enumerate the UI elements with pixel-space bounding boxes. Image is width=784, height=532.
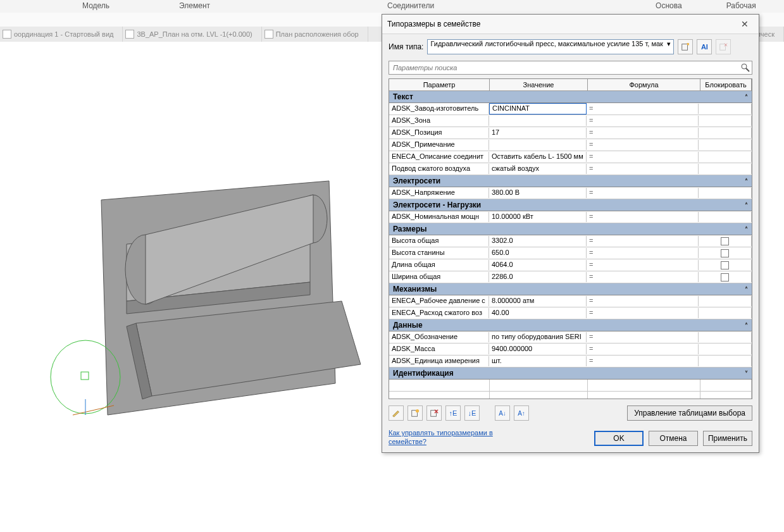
view-tab-3[interactable]: План расположения обор (262, 27, 368, 42)
param-lock[interactable] (699, 248, 752, 258)
type-name-select[interactable]: Гидравлический листогибочный пресс, макс… (427, 39, 674, 54)
param-lock[interactable] (699, 332, 752, 342)
param-formula[interactable]: = (587, 260, 699, 270)
move-down-button[interactable]: ↓E (464, 405, 480, 421)
ribbon-tab-workplane[interactable]: Рабочая плоскость (714, 0, 784, 13)
param-lock[interactable] (699, 260, 752, 270)
group-header[interactable]: Размеры˄ (389, 223, 752, 235)
param-formula[interactable]: = (587, 116, 699, 126)
search-icon[interactable] (740, 63, 750, 73)
header-value[interactable]: Значение (490, 79, 588, 90)
param-formula[interactable]: = (587, 104, 699, 114)
param-value[interactable]: 650.0 (489, 248, 587, 258)
parameter-row[interactable]: Подвод сжатого воздухасжатый воздух= (389, 163, 752, 175)
search-input[interactable] (389, 61, 752, 75)
delete-type-button[interactable] (716, 39, 731, 54)
parameter-row[interactable]: ADSK_Единица измеренияшт.= (389, 356, 752, 368)
ribbon-tab-control[interactable]: Элемент управления (166, 0, 242, 13)
header-formula[interactable]: Формула (588, 79, 700, 90)
parameter-row[interactable]: Высота общая3302.0= (389, 235, 752, 247)
move-up-button[interactable]: ↑E (445, 405, 461, 421)
view-tab-2[interactable]: 3B_АР_План на отм. LVL -1(+0.000) (123, 27, 261, 42)
sort-asc-button[interactable]: A↓ (495, 405, 510, 421)
param-formula[interactable]: = (587, 332, 699, 342)
parameter-row[interactable]: ADSK_Позиция17= (389, 127, 752, 139)
param-value[interactable] (489, 140, 587, 150)
param-lock[interactable] (699, 272, 752, 282)
param-formula[interactable]: = (587, 356, 699, 366)
parameter-row[interactable]: ADSK_Обозначениепо типу оборудования SER… (389, 331, 752, 343)
header-lock[interactable]: Блокировать (700, 79, 752, 90)
param-value[interactable]: 40.00 (489, 308, 587, 318)
param-formula[interactable]: = (587, 296, 699, 306)
param-lock[interactable] (699, 104, 752, 114)
parameter-row[interactable]: Длина общая4064.0= (389, 259, 752, 271)
param-lock[interactable] (699, 140, 752, 150)
param-lock[interactable] (699, 236, 752, 246)
param-lock[interactable] (699, 152, 752, 162)
ribbon-tab-base[interactable]: Основа (643, 0, 695, 13)
parameter-row[interactable]: Высота станины650.0= (389, 247, 752, 259)
param-lock[interactable] (699, 212, 752, 222)
param-value[interactable]: Оставить кабель L- 1500 мм (489, 152, 587, 162)
param-value[interactable]: 380.00 В (489, 188, 587, 198)
param-value[interactable]: шт. (489, 356, 587, 366)
delete-parameter-button[interactable] (426, 405, 442, 421)
group-header[interactable]: Электросети - Нагрузки˄ (389, 199, 752, 211)
param-value[interactable]: сжатый воздух (489, 164, 587, 174)
param-value[interactable]: 2286.0 (489, 272, 587, 282)
param-value[interactable]: 9400.000000 (489, 344, 587, 354)
parameter-row[interactable]: Ширина общая2286.0= (389, 271, 752, 283)
param-value[interactable] (489, 116, 587, 126)
view-tab-1[interactable]: оординация 1 - Стартовый вид (0, 27, 123, 42)
cancel-button[interactable]: Отмена (649, 431, 698, 446)
header-parameter[interactable]: Параметр (389, 79, 490, 90)
param-lock[interactable] (699, 116, 752, 126)
edit-parameter-button[interactable] (389, 405, 404, 421)
ribbon-tab-model[interactable]: Модель (70, 0, 122, 13)
param-formula[interactable]: = (587, 248, 699, 258)
parameter-row[interactable]: ADSK_Зона= (389, 115, 752, 127)
param-formula[interactable]: = (587, 236, 699, 246)
param-value[interactable]: CINCINNAT (489, 103, 587, 114)
param-formula[interactable]: = (587, 128, 699, 138)
param-value[interactable]: 8.000000 атм (489, 296, 587, 306)
param-lock[interactable] (699, 128, 752, 138)
param-value[interactable]: 17 (489, 128, 587, 138)
param-formula[interactable]: = (587, 344, 699, 354)
group-header[interactable]: Электросети˄ (389, 175, 752, 187)
param-formula[interactable]: = (587, 212, 699, 222)
param-formula[interactable]: = (587, 308, 699, 318)
param-formula[interactable]: = (587, 140, 699, 150)
param-lock[interactable] (699, 356, 752, 366)
group-header[interactable]: Данные˄ (389, 319, 752, 331)
param-value[interactable]: 10.00000 кВт (489, 212, 587, 222)
ribbon-tab-connectors[interactable]: Соединители (375, 0, 447, 13)
parameter-row[interactable]: ADSK_Номинальная мощн10.00000 кВт= (389, 211, 752, 223)
group-header[interactable]: Текст˄ (389, 91, 752, 103)
param-formula[interactable]: = (587, 188, 699, 198)
group-header[interactable]: Идентификация˅ (389, 368, 752, 380)
parameter-row[interactable]: ADSK_Напряжение380.00 В= (389, 187, 752, 199)
ok-button[interactable]: OK (594, 431, 644, 446)
help-link[interactable]: Как управлять типоразмерами в семействе? (389, 428, 515, 446)
new-parameter-button[interactable] (408, 405, 423, 421)
param-lock[interactable] (699, 296, 752, 306)
param-formula[interactable]: = (587, 152, 699, 162)
manage-lookup-tables-button[interactable]: Управление таблицами выбора (627, 405, 752, 421)
parameter-row[interactable]: ADSK_Примечание= (389, 139, 752, 151)
param-value[interactable]: 4064.0 (489, 260, 587, 270)
apply-button[interactable]: Применить (703, 431, 752, 446)
group-header[interactable]: Механизмы˄ (389, 283, 752, 295)
close-button[interactable]: ✕ (736, 18, 754, 30)
param-value[interactable]: 3302.0 (489, 236, 587, 246)
param-formula[interactable]: = (587, 272, 699, 282)
parameter-row[interactable]: ENECA_Описание соединитОставить кабель L… (389, 151, 752, 163)
rename-type-button[interactable]: AI (697, 39, 712, 54)
param-lock[interactable] (699, 308, 752, 318)
new-type-button[interactable] (678, 39, 693, 54)
parameter-row[interactable]: ENECA_Расход сжатого воз40.00= (389, 307, 752, 319)
sort-desc-button[interactable]: A↑ (514, 405, 529, 421)
parameter-row[interactable]: ADSK_Завод-изготовительCINCINNAT= (389, 103, 752, 115)
dialog-titlebar[interactable]: Типоразмеры в семействе ✕ (382, 15, 759, 34)
